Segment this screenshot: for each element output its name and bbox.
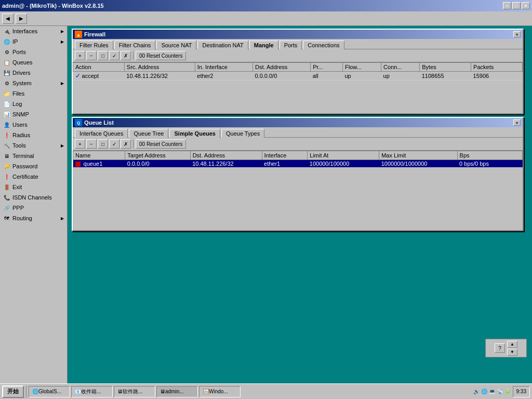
ports-icon: ⚙ xyxy=(3,48,10,56)
sidebar-item-files[interactable]: 📁 Files xyxy=(0,88,67,99)
queue-disable-button[interactable]: ✗ xyxy=(121,139,131,149)
firewall-add-button[interactable]: + xyxy=(75,51,85,60)
maximize-button[interactable]: □ xyxy=(512,2,521,9)
firewall-window: 🔥 Firewall × Filter Rules Filter Chains … xyxy=(72,29,524,114)
sidebar-item-radius[interactable]: ❗ Radius xyxy=(0,130,67,140)
sidebar-label-certificate: Certificate xyxy=(12,174,38,180)
sidebar-label-interfaces: Interfaces xyxy=(12,28,37,34)
taskbar-item-mail[interactable]: 📧 收件箱... xyxy=(71,386,113,397)
queue-copy-button[interactable]: □ xyxy=(98,139,108,149)
taskbar-label-admin: admin... xyxy=(165,389,184,394)
sidebar-label-tools: Tools xyxy=(12,142,26,149)
sidebar-item-queues[interactable]: 📋 Queues xyxy=(0,57,67,68)
tab-queue-tree[interactable]: Queue Tree xyxy=(129,129,168,138)
sidebar-item-certificate[interactable]: ❗ Certificate xyxy=(0,171,67,182)
cell-conn: up xyxy=(381,72,420,81)
tab-interface-queues[interactable]: Interface Queues xyxy=(75,129,128,138)
isdn-icon: 📞 xyxy=(3,194,10,201)
taskbar-item-windows[interactable]: 🪟 Windo... xyxy=(199,386,241,397)
sidebar-item-snmp[interactable]: 📊 SNMP xyxy=(0,109,67,119)
tab-destination-nat[interactable]: Destination NAT xyxy=(197,41,248,49)
sidebar-label-drivers: Drivers xyxy=(12,70,31,76)
mini-scroll-up-button[interactable]: ▲ xyxy=(507,341,517,348)
close-button[interactable]: × xyxy=(522,2,530,9)
firewall-disable-button[interactable]: ✗ xyxy=(121,51,131,60)
firewall-close-button[interactable]: × xyxy=(513,31,521,37)
sidebar-item-ports[interactable]: ⚙ Ports xyxy=(0,47,67,57)
taskbar-icon-admin: 🖥 xyxy=(160,389,165,394)
firewall-remove-button[interactable]: − xyxy=(86,51,97,60)
sidebar-label-snmp: SNMP xyxy=(12,111,29,117)
sidebar-label-ip: IP xyxy=(12,38,18,45)
ppp-icon: 🔗 xyxy=(3,204,10,211)
mini-widget: ? ▲ ▼ xyxy=(485,339,527,357)
sidebar-item-log[interactable]: 📄 Log xyxy=(0,99,67,109)
sidebar-item-isdn[interactable]: 📞 ISDN Channels xyxy=(0,192,67,203)
sidebar-label-radius: Radius xyxy=(12,132,30,138)
taskbar-sep xyxy=(26,386,26,397)
mini-question-button[interactable]: ? xyxy=(495,343,505,353)
firewall-reset-button[interactable]: 00 Reset Counters xyxy=(136,51,186,60)
cell-bytes: 1108655 xyxy=(420,72,471,81)
queue-remove-button[interactable]: − xyxy=(86,139,97,149)
start-button[interactable]: 开始 xyxy=(2,385,24,398)
tab-simple-queues[interactable]: Simple Queues xyxy=(169,129,220,138)
queue-toolbar: + − □ ✓ ✗ 00 Reset Counters xyxy=(73,138,523,151)
firewall-copy-button[interactable]: □ xyxy=(98,51,108,60)
sidebar-item-password[interactable]: 🔑 Password xyxy=(0,161,67,171)
taskbar-item-software[interactable]: 🖥 软件路... xyxy=(114,386,155,397)
tab-filter-chains[interactable]: Filter Chains xyxy=(114,41,156,49)
sidebar-item-routing[interactable]: 🗺 Routing ▶ xyxy=(0,213,67,223)
tools-icon: 🔨 xyxy=(3,142,10,149)
sidebar-item-terminal[interactable]: 🖥 Terminal xyxy=(0,151,67,161)
queue-table-row[interactable]: queue1 0.0.0.0/0 10.48.11.226/32 ether1 … xyxy=(73,160,523,168)
sidebar-item-users[interactable]: 👤 Users xyxy=(0,119,67,130)
sidebar-item-system[interactable]: ⚙ System ▶ xyxy=(0,78,67,88)
clock: 9:33 xyxy=(513,386,530,397)
queue-status-icon xyxy=(75,162,81,167)
sidebar-item-exit[interactable]: 🚪 Exit xyxy=(0,182,67,192)
firewall-table: Action Src. Address In. Interface Dst. A… xyxy=(73,62,523,81)
table-row[interactable]: ✓ accept 10.48.11.226/32 ether2 0.0.0.0/… xyxy=(73,72,523,81)
taskbar-icon-windows: 🪟 xyxy=(203,389,209,394)
mini-scroll-down-button[interactable]: ▼ xyxy=(507,349,517,356)
toolbar-separator xyxy=(133,51,134,60)
main-title-bar: admin@ - (MikroTik) - WinBox v2.8.15 − □… xyxy=(0,0,532,11)
taskbar-item-globals[interactable]: 🌐 GlobalS... xyxy=(29,386,70,397)
tab-source-nat[interactable]: Source NAT xyxy=(156,41,196,49)
accept-icon: ✓ xyxy=(75,72,81,79)
forward-button[interactable]: ▶ xyxy=(16,14,27,24)
firewall-tab-bar: Filter Rules Filter Chains Source NAT De… xyxy=(73,39,523,49)
qcell-name: queue1 xyxy=(73,160,125,168)
tab-mangle[interactable]: Mangle xyxy=(249,41,278,49)
sidebar-item-tools[interactable]: 🔨 Tools ▶ xyxy=(0,140,67,151)
sidebar-label-queues: Queues xyxy=(12,59,33,65)
queue-enable-button[interactable]: ✓ xyxy=(109,139,119,149)
tab-queue-types[interactable]: Queue Types xyxy=(221,129,264,138)
queue-title-bar[interactable]: Q Queue List × xyxy=(73,118,523,127)
sidebar-item-interfaces[interactable]: 🔌 Interfaces ▶ xyxy=(0,26,67,36)
queue-close-button[interactable]: × xyxy=(513,119,521,126)
back-button[interactable]: ◀ xyxy=(2,14,14,24)
col-src-address: Src. Address xyxy=(124,63,195,72)
routing-icon: 🗺 xyxy=(3,215,10,222)
queue-window: Q Queue List × Interface Queues Queue Tr… xyxy=(72,117,524,231)
firewall-enable-button[interactable]: ✓ xyxy=(109,51,119,60)
taskbar-item-admin[interactable]: 🖥 admin... xyxy=(156,386,198,397)
sidebar-label-files: Files xyxy=(12,90,24,97)
taskbar-icon-mail: 📧 xyxy=(75,389,81,394)
sidebar-item-ip[interactable]: 🌐 IP ▶ xyxy=(0,36,67,47)
cell-in-interface: ether2 xyxy=(195,72,252,81)
tab-ports[interactable]: Ports xyxy=(280,41,302,49)
main-toolbar: ◀ ▶ xyxy=(0,11,532,26)
sidebar-item-drivers[interactable]: 💾 Drivers xyxy=(0,68,67,78)
tab-connections[interactable]: Connections xyxy=(303,41,344,49)
cell-flow: up xyxy=(342,72,381,81)
tab-filter-rules[interactable]: Filter Rules xyxy=(75,41,113,49)
queue-add-button[interactable]: + xyxy=(75,139,85,149)
queue-reset-button[interactable]: 00 Reset Counters xyxy=(136,139,186,149)
taskbar-label-windows: Windo... xyxy=(209,389,228,394)
firewall-title-bar[interactable]: 🔥 Firewall × xyxy=(73,30,523,39)
sidebar-item-ppp[interactable]: 🔗 PPP xyxy=(0,203,67,213)
minimize-button[interactable]: − xyxy=(503,2,511,9)
